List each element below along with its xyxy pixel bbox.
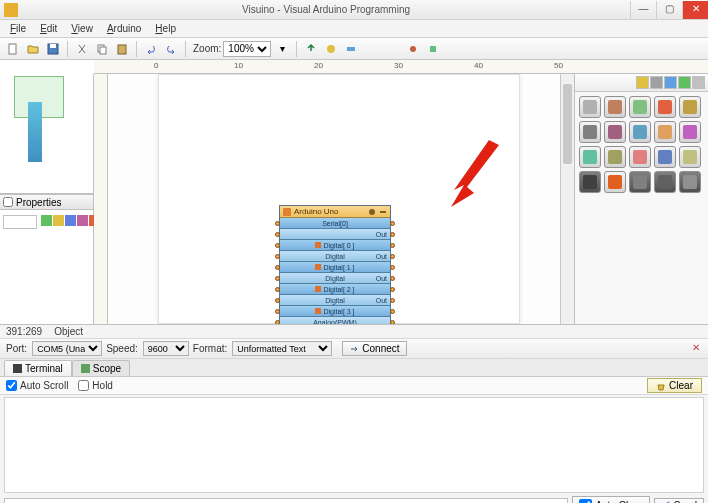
palette-item[interactable] (654, 146, 676, 168)
autoclear-checkbox[interactable] (579, 498, 592, 504)
pal-tool-2[interactable] (650, 76, 663, 89)
palette-item[interactable] (579, 146, 601, 168)
palette-item[interactable] (679, 171, 701, 193)
pin-right[interactable] (390, 276, 395, 281)
autoscroll-option[interactable]: Auto Scroll (6, 380, 68, 391)
pal-tool-5[interactable] (692, 76, 705, 89)
pin-left[interactable] (275, 298, 280, 303)
palette-item[interactable] (679, 146, 701, 168)
copy-button[interactable] (93, 40, 111, 58)
tool-c[interactable] (404, 40, 422, 58)
hammer-icon[interactable] (379, 208, 387, 216)
palette-item[interactable] (679, 121, 701, 143)
palette-item[interactable] (679, 96, 701, 118)
menu-view[interactable]: View (65, 21, 99, 36)
properties-filter-input[interactable] (3, 215, 37, 229)
send-button[interactable]: Send (654, 498, 704, 504)
component-row[interactable]: DigitalOut (280, 251, 390, 262)
palette-item[interactable] (604, 146, 626, 168)
zoom-select[interactable]: 100% (223, 41, 271, 57)
hold-checkbox[interactable] (78, 380, 89, 391)
pin-left[interactable] (275, 254, 280, 259)
format-select[interactable]: Unformatted Text (232, 341, 332, 356)
pin-right[interactable] (390, 320, 395, 324)
component-header[interactable]: Arduino Uno (280, 206, 390, 218)
pin-right[interactable] (390, 287, 395, 292)
menu-arduino[interactable]: Arduino (101, 21, 147, 36)
pin-left[interactable] (275, 320, 280, 324)
arduino-uno-component[interactable]: Arduino Uno Serial[0]OutDigital[ 0 ]Digi… (279, 205, 391, 324)
pin-left[interactable] (275, 265, 280, 270)
palette-item[interactable] (579, 96, 601, 118)
prop-icon-2[interactable] (53, 215, 64, 226)
component-row[interactable]: DigitalOut (280, 273, 390, 284)
tab-terminal[interactable]: Terminal (4, 360, 72, 376)
speed-select[interactable]: 9600 (143, 341, 189, 356)
pin-right[interactable] (390, 298, 395, 303)
autoscroll-checkbox[interactable] (6, 380, 17, 391)
component-row[interactable]: DigitalOut (280, 295, 390, 306)
hold-option[interactable]: Hold (78, 380, 113, 391)
palette-item[interactable] (579, 171, 601, 193)
palette-item[interactable] (604, 96, 626, 118)
palette-item[interactable] (629, 121, 651, 143)
terminal-output[interactable] (4, 397, 704, 493)
prop-icon-1[interactable] (41, 215, 52, 226)
upload-button[interactable] (302, 40, 320, 58)
clear-button[interactable]: Clear (647, 378, 702, 393)
cut-button[interactable] (73, 40, 91, 58)
component-row[interactable]: Out (280, 229, 390, 240)
port-select[interactable]: COM5 (Unav (32, 341, 102, 356)
pin-right[interactable] (390, 265, 395, 270)
prop-icon-4[interactable] (77, 215, 88, 226)
component-row[interactable]: Digital[ 1 ] (280, 262, 390, 273)
new-button[interactable] (4, 40, 22, 58)
tool-a[interactable] (322, 40, 340, 58)
prop-icon-3[interactable] (65, 215, 76, 226)
menu-edit[interactable]: Edit (34, 21, 63, 36)
palette-item[interactable] (604, 121, 626, 143)
open-button[interactable] (24, 40, 42, 58)
pal-tool-4[interactable] (678, 76, 691, 89)
tool-b[interactable] (342, 40, 360, 58)
pin-left[interactable] (275, 221, 280, 226)
scrollbar-thumb[interactable] (563, 84, 572, 164)
pin-left[interactable] (275, 276, 280, 281)
maximize-button[interactable]: ▢ (656, 1, 682, 19)
design-page[interactable]: Arduino Uno Serial[0]OutDigital[ 0 ]Digi… (158, 74, 520, 324)
menu-file[interactable]: File (4, 21, 32, 36)
pin-right[interactable] (390, 254, 395, 259)
component-row[interactable]: Digital[ 3 ] (280, 306, 390, 317)
palette-item[interactable] (629, 171, 651, 193)
palette-item[interactable] (654, 171, 676, 193)
palette-item[interactable] (629, 96, 651, 118)
panel-close-icon[interactable]: ✕ (689, 342, 702, 355)
component-row[interactable]: Digital[ 2 ] (280, 284, 390, 295)
pin-left[interactable] (275, 243, 280, 248)
pin-left[interactable] (275, 232, 280, 237)
autoclear-button[interactable]: Auto Clear (572, 496, 649, 504)
component-row[interactable]: Serial[0] (280, 218, 390, 229)
pin-left[interactable] (275, 309, 280, 314)
palette-item[interactable] (629, 146, 651, 168)
connect-button[interactable]: Connect (342, 341, 406, 356)
palette-item[interactable] (654, 96, 676, 118)
pal-tool-1[interactable] (636, 76, 649, 89)
pal-tool-3[interactable] (664, 76, 677, 89)
tool-d[interactable] (424, 40, 442, 58)
palette-item[interactable] (604, 171, 626, 193)
menu-help[interactable]: Help (149, 21, 182, 36)
component-row[interactable]: Digital[ 0 ] (280, 240, 390, 251)
pin-right[interactable] (390, 221, 395, 226)
palette-item[interactable] (654, 121, 676, 143)
tab-scope[interactable]: Scope (72, 360, 130, 376)
minimize-button[interactable]: — (630, 1, 656, 19)
paste-button[interactable] (113, 40, 131, 58)
redo-button[interactable] (162, 40, 180, 58)
config-icon[interactable] (368, 208, 376, 216)
close-button[interactable]: ✕ (682, 1, 708, 19)
palette-item[interactable] (579, 121, 601, 143)
pin-right[interactable] (390, 309, 395, 314)
undo-button[interactable] (142, 40, 160, 58)
vertical-scrollbar[interactable] (560, 74, 574, 324)
